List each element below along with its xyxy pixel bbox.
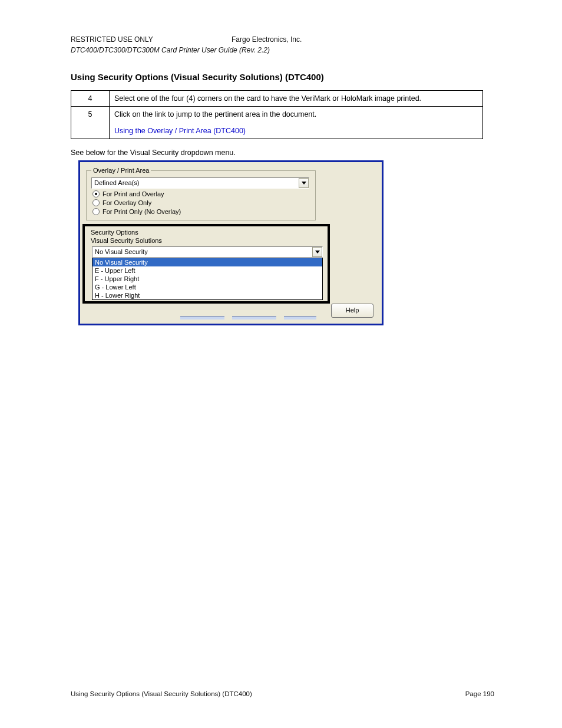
dropdown-option[interactable]: H - Lower Right bbox=[92, 291, 322, 299]
radio-print-and-overlay[interactable]: For Print and Overlay bbox=[92, 190, 310, 197]
visual-security-value: No Visual Security bbox=[92, 247, 312, 257]
step-text: Select one of the four (4) corners on th… bbox=[110, 91, 483, 107]
defined-area-value: Defined Area(s) bbox=[92, 178, 299, 188]
step-link[interactable]: Using the Overlay / Print Area (DTC400) bbox=[114, 127, 246, 135]
radio-icon bbox=[92, 199, 100, 206]
visual-security-dropdown[interactable]: No Visual Security E - Upper Left F - Up… bbox=[92, 258, 323, 300]
security-legend: Security Options bbox=[91, 229, 323, 236]
dropdown-option[interactable]: No Visual Security bbox=[92, 258, 322, 266]
combo-dropdown-button[interactable] bbox=[299, 178, 309, 188]
footer-right: Page 190 bbox=[465, 690, 494, 697]
section-title: Using Security Options (Visual Security … bbox=[71, 72, 494, 82]
combo-dropdown-button[interactable] bbox=[312, 247, 322, 257]
table-row: 5 Click on the link to jump to the perti… bbox=[71, 107, 483, 139]
radio-icon bbox=[92, 208, 100, 215]
dialog-panel: Overlay / Print Area Defined Area(s) For… bbox=[78, 160, 384, 325]
defined-area-combo[interactable]: Defined Area(s) bbox=[91, 177, 309, 189]
restricted-label: RESTRICTED USE ONLY bbox=[71, 35, 153, 44]
overlay-print-area-group: Overlay / Print Area Defined Area(s) For… bbox=[86, 167, 316, 220]
radio-label: For Overlay Only bbox=[103, 199, 151, 206]
step-num: 4 bbox=[71, 91, 110, 107]
dropdown-option[interactable]: G - Lower Left bbox=[92, 283, 322, 291]
radio-overlay-only[interactable]: For Overlay Only bbox=[92, 199, 310, 206]
chevron-down-icon bbox=[302, 182, 306, 185]
step-text-line: Click on the link to jump to the pertine… bbox=[114, 110, 316, 118]
chevron-down-icon bbox=[315, 251, 320, 253]
cancel-button-fragment bbox=[232, 317, 276, 319]
dropdown-option[interactable]: E - Upper Left bbox=[92, 266, 322, 275]
dropdown-option[interactable]: F - Upper Right bbox=[92, 275, 322, 283]
ok-button-fragment bbox=[180, 317, 224, 319]
step-text: Click on the link to jump to the pertine… bbox=[110, 107, 483, 139]
doc-product: DTC400/DTC300/DTC300M Card Printer User … bbox=[71, 46, 494, 54]
doc-header: RESTRICTED USE ONLY Fargo Electronics, I… bbox=[71, 35, 494, 44]
security-options-highlight: Security Options Visual Security Solutio… bbox=[82, 224, 330, 304]
fargo-label: Fargo Electronics, Inc. bbox=[232, 35, 302, 44]
security-sub: Visual Security Solutions bbox=[91, 237, 323, 244]
radio-label: For Print Only (No Overlay) bbox=[103, 208, 181, 215]
overlay-group-legend: Overlay / Print Area bbox=[91, 167, 151, 174]
footer-left: Using Security Options (Visual Security … bbox=[71, 690, 252, 697]
step-table: 4 Select one of the four (4) corners on … bbox=[71, 90, 483, 139]
help-button[interactable]: Help bbox=[331, 304, 373, 318]
page-footer: Using Security Options (Visual Security … bbox=[71, 690, 494, 697]
step-num: 5 bbox=[71, 107, 110, 139]
table-row: 4 Select one of the four (4) corners on … bbox=[71, 91, 483, 107]
radio-icon bbox=[92, 190, 100, 197]
radio-label: For Print and Overlay bbox=[103, 190, 164, 197]
apply-button-fragment bbox=[284, 317, 316, 319]
visual-security-combo[interactable]: No Visual Security bbox=[92, 246, 323, 258]
radio-print-only[interactable]: For Print Only (No Overlay) bbox=[92, 208, 310, 215]
figure-caption: See below for the Visual Security dropdo… bbox=[71, 149, 494, 157]
